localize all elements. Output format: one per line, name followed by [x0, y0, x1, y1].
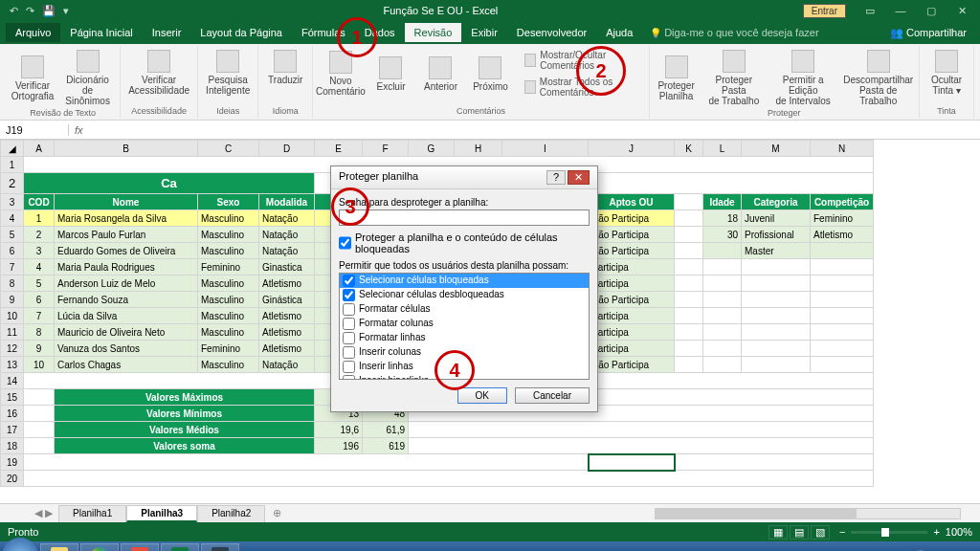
taskbar-chrome[interactable] [80, 543, 119, 551]
password-input[interactable] [339, 209, 590, 226]
ribbon-small[interactable]: Mostrar Todos os Comentários [521, 75, 644, 99]
name-box[interactable]: J19 [0, 124, 69, 136]
minimize-icon[interactable]: — [886, 5, 915, 17]
ribbon-descompartilhar[interactable]: DescompartilharPasta de Trabalho [841, 48, 915, 108]
ribbon: VerificarOrtografiaDicionário deSinônimo… [0, 44, 980, 121]
tab-inserir[interactable]: Inserir [143, 23, 191, 42]
tell-me-input[interactable]: 💡 Diga-me o que você deseja fazer [642, 27, 890, 38]
ribbon-anterior[interactable]: Anterior [417, 48, 463, 99]
tab-revisão[interactable]: Revisão [405, 23, 462, 42]
formula-bar-row: J19 fx [0, 121, 980, 140]
pagebreak-view-icon[interactable]: ▧ [811, 525, 830, 540]
sheet-tab[interactable]: Planilha1 [58, 505, 126, 522]
status-bar: Pronto ▦ ▤ ▧ −+ 100% [0, 522, 980, 541]
dialog-help-icon[interactable]: ? [546, 170, 566, 185]
tab-fórmulas[interactable]: Fórmulas [292, 23, 355, 42]
taskbar-explorer[interactable] [40, 543, 78, 551]
password-label: Senha para desproteger a planilha: [339, 197, 590, 208]
ribbon-dicionário de[interactable]: Dicionário deSinônimos [59, 48, 116, 108]
permissions-list[interactable]: Selecionar células bloqueadasSelecionar … [339, 273, 590, 380]
permission-option[interactable]: Formatar colunas [340, 317, 589, 331]
sheet-nav-icon[interactable]: ◀ ▶ [29, 507, 58, 519]
layout-view-icon[interactable]: ▤ [790, 525, 809, 540]
tab-arquivo[interactable]: Arquivo [6, 23, 60, 42]
ribbon-verificar[interactable]: VerificarAcessibilidade [124, 48, 193, 98]
save-icon[interactable]: 💾 [42, 5, 56, 17]
sheet-tabs: ◀ ▶ Planilha1Planilha3Planilha2 ⊕ [0, 503, 980, 522]
add-sheet-icon[interactable]: ⊕ [265, 507, 289, 519]
ribbon-proteger[interactable]: ProtegerPlanilha [654, 48, 700, 108]
maximize-icon[interactable]: ▢ [917, 5, 946, 17]
fx-icon[interactable]: fx [69, 124, 89, 136]
tab-página-inicial[interactable]: Página Inicial [60, 23, 142, 42]
protect-checkbox-label: Proteger a planilha e o conteúdo de célu… [355, 231, 590, 254]
ribbon-verificar[interactable]: VerificarOrtografia [10, 48, 56, 108]
permission-option[interactable]: Selecionar células desbloqueadas [340, 288, 589, 302]
close-icon[interactable]: ✕ [947, 5, 976, 17]
taskbar-app1[interactable] [121, 543, 159, 551]
ribbon-novo[interactable]: NovoComentário [317, 48, 364, 99]
permission-option[interactable]: Inserir colunas [340, 345, 589, 360]
permission-option[interactable]: Selecionar células bloqueadas [340, 274, 589, 288]
ribbon-excluir[interactable]: Excluir [368, 48, 413, 99]
document-title: Função Se E OU - Excel [78, 5, 803, 16]
tab-dados[interactable]: Dados [355, 23, 405, 42]
permission-option[interactable]: Inserir hiperlinks [340, 374, 589, 380]
ribbon-options-icon[interactable]: ▭ [856, 5, 884, 17]
permission-option[interactable]: Formatar linhas [340, 331, 589, 345]
qat-more-icon[interactable]: ▾ [63, 5, 69, 17]
taskbar-app2[interactable] [201, 543, 239, 551]
ribbon-traduzir[interactable]: Traduzir [262, 48, 308, 87]
ok-button[interactable]: OK [457, 387, 507, 404]
tab-ajuda[interactable]: Ajuda [596, 23, 642, 42]
ribbon-proteger pasta[interactable]: Proteger Pastade Trabalho [703, 48, 765, 108]
redo-icon[interactable]: ↷ [26, 5, 34, 17]
sheet-tab[interactable]: Planilha3 [126, 505, 197, 522]
ribbon-permitir a edição[interactable]: Permitir a Ediçãode Intervalos [768, 48, 837, 108]
sheet-tab[interactable]: Planilha2 [197, 505, 265, 522]
normal-view-icon[interactable]: ▦ [768, 525, 788, 540]
ribbon-pesquisa[interactable]: PesquisaInteligente [202, 48, 254, 98]
protect-sheet-dialog: Proteger planilha ? ✕ Senha para desprot… [330, 165, 598, 412]
tab-desenvolvedor[interactable]: Desenvolvedor [507, 23, 596, 42]
cancel-button[interactable]: Cancelar [515, 387, 590, 404]
taskbar-excel[interactable] [161, 543, 199, 551]
tab-exibir[interactable]: Exibir [461, 23, 507, 42]
ribbon-ocultar[interactable]: OcultarTinta ▾ [924, 48, 969, 98]
title-bar: ↶ ↷ 💾 ▾ Função Se E OU - Excel Entrar ▭ … [0, 0, 980, 21]
ribbon-próximo[interactable]: Próximo [467, 48, 513, 99]
quick-access-toolbar: ↶ ↷ 💾 ▾ [0, 5, 78, 17]
windows-taskbar: ⊞ PT ▲ 🔊 🏳 22:21 [0, 541, 980, 551]
zoom-control[interactable]: −+ 100% [839, 526, 972, 538]
ribbon-tabs: ArquivoPágina InicialInserirLayout da Pá… [0, 21, 980, 44]
permission-option[interactable]: Formatar células [340, 302, 589, 317]
ribbon-small[interactable]: Mostrar/Ocultar Comentários [521, 48, 644, 73]
permissions-label: Permitir que todos os usuários desta pla… [339, 260, 590, 271]
sign-in-button[interactable]: Entrar [803, 4, 846, 18]
permission-option[interactable]: Inserir linhas [340, 360, 589, 374]
dialog-close-icon[interactable]: ✕ [568, 170, 590, 185]
protect-checkbox[interactable] [339, 231, 351, 254]
horizontal-scrollbar[interactable] [289, 508, 980, 519]
tab-layout-da-página[interactable]: Layout da Página [190, 23, 292, 42]
window-controls: ▭ — ▢ ✕ [856, 5, 980, 17]
undo-icon[interactable]: ↶ [10, 5, 18, 17]
status-ready: Pronto [8, 526, 38, 538]
dialog-title: Proteger planilha [339, 170, 418, 185]
share-button[interactable]: 👥 Compartilhar [890, 27, 967, 39]
